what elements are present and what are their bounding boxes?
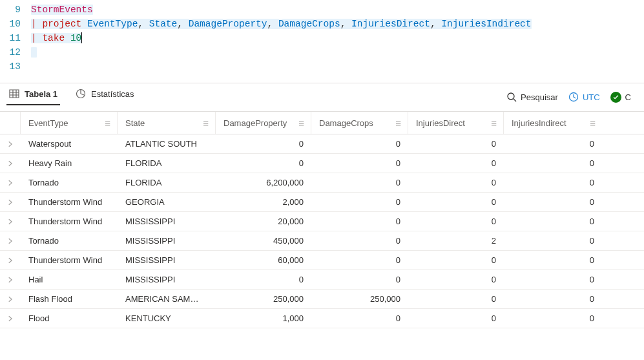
code-line[interactable]: [31, 45, 644, 59]
cell-damagecrops: 250,000: [311, 294, 408, 304]
cell-damagecrops: 0: [311, 178, 408, 187]
column-header-damagecrops[interactable]: DamageCrops ≡: [311, 112, 408, 134]
results-header-row: EventType ≡ State ≡ DamageProperty ≡ Dam…: [0, 111, 644, 134]
expand-row-button[interactable]: [0, 198, 21, 206]
line-number: 9: [0, 3, 31, 17]
cell-eventtype: Thunderstorm Wind: [21, 255, 118, 265]
cell-eventtype: Thunderstorm Wind: [21, 197, 118, 207]
column-menu-icon[interactable]: ≡: [298, 118, 304, 129]
column-menu-icon[interactable]: ≡: [590, 118, 596, 129]
column-header-eventtype[interactable]: EventType ≡: [21, 112, 118, 134]
table-row[interactable]: Flash Flood AMERICAN SAM… 250,000 250,00…: [0, 290, 644, 309]
table-row[interactable]: Tornado FLORIDA 6,200,000 0 0 0: [0, 173, 644, 193]
expand-row-button[interactable]: [0, 276, 21, 284]
clock-icon: [568, 92, 579, 102]
editor-caret: [81, 32, 82, 43]
expand-row-button[interactable]: [0, 237, 21, 245]
line-number: 10: [0, 17, 31, 31]
cell-eventtype: Flash Flood: [21, 294, 118, 304]
expand-row-button[interactable]: [0, 295, 21, 303]
cell-state: ATLANTIC SOUTH: [118, 139, 216, 149]
column-menu-icon[interactable]: ≡: [491, 118, 497, 129]
cell-damagecrops: 0: [311, 255, 408, 265]
column-menu-icon[interactable]: ≡: [105, 118, 110, 129]
line-number: 12: [0, 45, 31, 59]
cell-damagecrops: 0: [311, 197, 408, 207]
timezone-label: UTC: [583, 92, 600, 102]
table-row[interactable]: Heavy Rain FLORIDA 0 0 0 0: [0, 154, 644, 173]
cell-injuriesindirect: 0: [504, 236, 602, 246]
cell-injuriesdirect: 0: [408, 255, 504, 265]
column-label: InjuriesDirect: [416, 118, 465, 128]
cell-damagecrops: 0: [311, 275, 408, 284]
table-row[interactable]: Thunderstorm Wind MISSISSIPPI 20,000 0 0…: [0, 212, 644, 231]
expand-row-button[interactable]: [0, 179, 21, 187]
cell-damageproperty: 60,000: [216, 255, 311, 265]
code-token-operator: project: [42, 19, 81, 29]
expand-all-placeholder: [0, 112, 21, 134]
expand-row-button[interactable]: [0, 140, 21, 148]
cell-damagecrops: 0: [311, 139, 408, 149]
code-token-number: 10: [70, 33, 81, 43]
cell-damagecrops: 0: [311, 217, 408, 226]
line-number: 11: [0, 31, 31, 45]
cell-damageproperty: 0: [216, 139, 311, 149]
column-header-injuriesdirect[interactable]: InjuriesDirect ≡: [408, 112, 504, 134]
check-icon: [610, 92, 621, 103]
cell-injuriesindirect: 0: [504, 255, 602, 265]
cell-injuriesindirect: 0: [504, 178, 602, 187]
timezone-button[interactable]: UTC: [563, 89, 605, 105]
cell-state: MISSISSIPPI: [118, 275, 216, 284]
code-line[interactable]: | project EventType, State, DamageProper…: [31, 17, 644, 31]
cell-damagecrops: 0: [311, 313, 408, 323]
column-menu-icon[interactable]: ≡: [395, 118, 401, 129]
column-header-state[interactable]: State ≡: [118, 112, 216, 134]
cell-damagecrops: 0: [311, 236, 408, 246]
cell-injuriesdirect: 0: [408, 139, 504, 149]
code-line[interactable]: | take 10: [31, 31, 644, 45]
cell-eventtype: Tornado: [21, 236, 118, 246]
table-row[interactable]: Flood KENTUCKY 1,000 0 0 0: [0, 309, 644, 328]
cell-injuriesindirect: 0: [504, 158, 602, 168]
table-row[interactable]: Thunderstorm Wind MISSISSIPPI 60,000 0 0…: [0, 251, 644, 270]
results-grid[interactable]: Waterspout ATLANTIC SOUTH 0 0 0 0 Heavy …: [0, 134, 644, 328]
cell-eventtype: Thunderstorm Wind: [21, 217, 118, 226]
column-header-damageproperty[interactable]: DamageProperty ≡: [216, 112, 311, 134]
table-row[interactable]: Waterspout ATLANTIC SOUTH 0 0 0 0: [0, 134, 644, 154]
column-label: EventType: [28, 118, 68, 128]
cell-eventtype: Waterspout: [21, 139, 118, 149]
expand-row-button[interactable]: [0, 315, 21, 323]
cell-damagecrops: 0: [311, 158, 408, 168]
table-row[interactable]: Tornado MISSISSIPPI 450,000 0 2 0: [0, 231, 644, 251]
cell-eventtype: Hail: [21, 275, 118, 284]
cell-state: MISSISSIPPI: [118, 236, 216, 246]
cell-injuriesindirect: 0: [504, 217, 602, 226]
query-editor[interactable]: 9 StormEvents 10 | project EventType, St…: [0, 0, 644, 75]
cell-injuriesdirect: 0: [408, 197, 504, 207]
expand-row-button[interactable]: [0, 218, 21, 226]
cell-injuriesindirect: 0: [504, 197, 602, 207]
cell-damageproperty: 6,200,000: [216, 178, 311, 187]
column-label: InjuriesIndirect: [512, 118, 566, 128]
code-line[interactable]: StormEvents: [31, 3, 644, 17]
table-row[interactable]: Thunderstorm Wind GEORGIA 2,000 0 0 0: [0, 193, 644, 212]
stats-icon: [76, 89, 86, 99]
expand-row-button[interactable]: [0, 160, 21, 167]
column-menu-icon[interactable]: ≡: [203, 118, 209, 129]
search-button[interactable]: Pesquisar: [501, 89, 563, 105]
cell-damageproperty: 20,000: [216, 217, 311, 226]
tab-statistics[interactable]: Estatísticas: [73, 89, 136, 105]
table-row[interactable]: Hail MISSISSIPPI 0 0 0 0: [0, 270, 644, 290]
cell-eventtype: Heavy Rain: [21, 158, 118, 168]
cell-injuriesindirect: 0: [504, 294, 602, 304]
cell-damageproperty: 1,000: [216, 313, 311, 323]
table-icon: [9, 89, 19, 99]
column-header-injuriesindirect[interactable]: InjuriesIndirect ≡: [504, 112, 602, 134]
cell-injuriesdirect: 0: [408, 275, 504, 284]
status-success[interactable]: C: [605, 89, 636, 105]
cell-injuriesdirect: 0: [408, 294, 504, 304]
expand-row-button[interactable]: [0, 257, 21, 264]
tab-table[interactable]: Tabela 1: [6, 89, 60, 105]
svg-line-2: [514, 99, 516, 101]
cell-injuriesdirect: 0: [408, 158, 504, 168]
